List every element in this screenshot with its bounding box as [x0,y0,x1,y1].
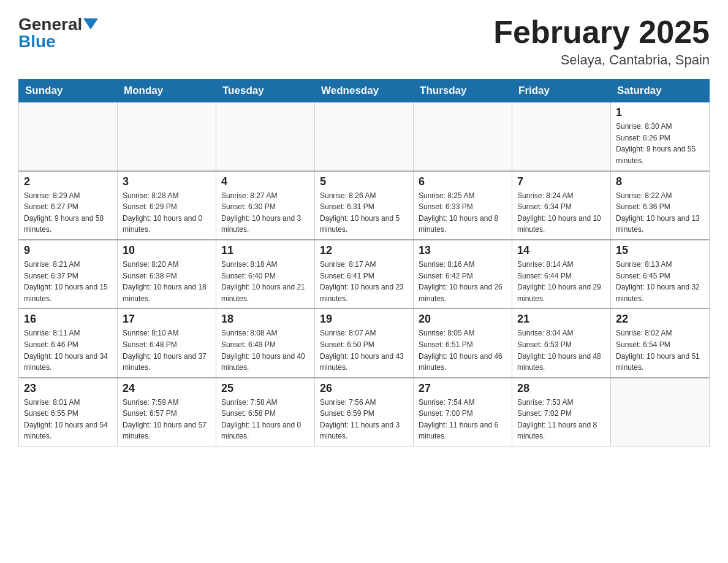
day-info: Sunrise: 8:18 AMSunset: 6:40 PMDaylight:… [221,259,309,304]
day-cell: 4Sunrise: 8:27 AMSunset: 6:30 PMDaylight… [216,171,315,240]
week-row-3: 9Sunrise: 8:21 AMSunset: 6:37 PMDaylight… [19,240,710,308]
header-row: SundayMondayTuesdayWednesdayThursdayFrid… [19,80,710,102]
day-cell [611,378,710,446]
day-cell: 13Sunrise: 8:16 AMSunset: 6:42 PMDayligh… [414,240,512,308]
day-number: 25 [221,382,309,395]
day-cell: 12Sunrise: 8:17 AMSunset: 6:41 PMDayligh… [315,240,414,308]
day-number: 8 [616,175,704,188]
day-number: 11 [221,244,309,257]
day-cell: 8Sunrise: 8:22 AMSunset: 6:36 PMDaylight… [611,171,710,240]
col-header-thursday: Thursday [414,80,512,102]
day-number: 21 [517,313,605,326]
day-info: Sunrise: 8:29 AMSunset: 6:27 PMDaylight:… [24,190,112,236]
day-info: Sunrise: 7:54 AMSunset: 7:00 PMDaylight:… [419,397,507,442]
day-number: 15 [616,244,704,257]
day-info: Sunrise: 8:16 AMSunset: 6:42 PMDaylight:… [419,259,507,304]
day-cell: 14Sunrise: 8:14 AMSunset: 6:44 PMDayligh… [512,240,611,308]
week-row-4: 16Sunrise: 8:11 AMSunset: 6:46 PMDayligh… [19,308,710,377]
day-number: 4 [221,175,309,188]
day-info: Sunrise: 8:04 AMSunset: 6:53 PMDaylight:… [517,327,605,373]
day-number: 6 [419,175,507,188]
calendar-table: SundayMondayTuesdayWednesdayThursdayFrid… [18,79,710,446]
day-info: Sunrise: 8:05 AMSunset: 6:51 PMDaylight:… [419,327,507,373]
day-info: Sunrise: 8:10 AMSunset: 6:48 PMDaylight:… [123,327,211,373]
day-number: 3 [123,175,211,188]
day-cell: 21Sunrise: 8:04 AMSunset: 6:53 PMDayligh… [512,308,611,377]
day-cell: 27Sunrise: 7:54 AMSunset: 7:00 PMDayligh… [414,378,512,446]
day-cell [414,102,512,171]
day-cell [512,102,611,171]
day-number: 17 [123,313,211,326]
title-area: February 2025 Selaya, Cantabria, Spain [493,15,710,68]
page-header: General Blue February 2025 Selaya, Canta… [18,15,710,68]
logo-triangle-icon [83,18,98,29]
day-cell: 11Sunrise: 8:18 AMSunset: 6:40 PMDayligh… [216,240,315,308]
day-number: 9 [24,244,112,257]
day-number: 16 [24,313,112,326]
col-header-friday: Friday [512,80,611,102]
day-cell: 5Sunrise: 8:26 AMSunset: 6:31 PMDaylight… [315,171,414,240]
day-cell: 7Sunrise: 8:24 AMSunset: 6:34 PMDaylight… [512,171,611,240]
day-cell [216,102,315,171]
day-number: 20 [419,313,507,326]
day-number: 2 [24,175,112,188]
day-number: 7 [517,175,605,188]
day-info: Sunrise: 7:58 AMSunset: 6:58 PMDaylight:… [221,397,309,442]
col-header-monday: Monday [118,80,216,102]
day-cell: 10Sunrise: 8:20 AMSunset: 6:38 PMDayligh… [118,240,216,308]
day-cell: 22Sunrise: 8:02 AMSunset: 6:54 PMDayligh… [611,308,710,377]
day-info: Sunrise: 8:24 AMSunset: 6:34 PMDaylight:… [517,190,605,236]
day-info: Sunrise: 8:08 AMSunset: 6:49 PMDaylight:… [221,327,309,373]
day-info: Sunrise: 8:28 AMSunset: 6:29 PMDaylight:… [123,190,211,236]
day-cell: 17Sunrise: 8:10 AMSunset: 6:48 PMDayligh… [118,308,216,377]
day-info: Sunrise: 8:25 AMSunset: 6:33 PMDaylight:… [419,190,507,236]
col-header-tuesday: Tuesday [216,80,315,102]
day-number: 5 [320,175,408,188]
day-info: Sunrise: 8:07 AMSunset: 6:50 PMDaylight:… [320,327,408,373]
day-info: Sunrise: 7:53 AMSunset: 7:02 PMDaylight:… [517,397,605,442]
logo: General Blue [18,15,99,52]
day-cell: 2Sunrise: 8:29 AMSunset: 6:27 PMDaylight… [19,171,118,240]
day-number: 19 [320,313,408,326]
day-info: Sunrise: 8:27 AMSunset: 6:30 PMDaylight:… [221,190,309,236]
day-cell: 18Sunrise: 8:08 AMSunset: 6:49 PMDayligh… [216,308,315,377]
day-number: 13 [419,244,507,257]
calendar-title: February 2025 [493,15,710,50]
col-header-sunday: Sunday [19,80,118,102]
day-number: 14 [517,244,605,257]
day-cell: 9Sunrise: 8:21 AMSunset: 6:37 PMDaylight… [19,240,118,308]
day-info: Sunrise: 8:17 AMSunset: 6:41 PMDaylight:… [320,259,408,304]
day-cell [315,102,414,171]
day-cell: 23Sunrise: 8:01 AMSunset: 6:55 PMDayligh… [19,378,118,446]
day-cell: 28Sunrise: 7:53 AMSunset: 7:02 PMDayligh… [512,378,611,446]
day-info: Sunrise: 8:22 AMSunset: 6:36 PMDaylight:… [616,190,704,236]
day-cell: 1Sunrise: 8:30 AMSunset: 6:26 PMDaylight… [611,102,710,171]
week-row-2: 2Sunrise: 8:29 AMSunset: 6:27 PMDaylight… [19,171,710,240]
day-number: 24 [123,382,211,395]
day-info: Sunrise: 7:56 AMSunset: 6:59 PMDaylight:… [320,397,408,442]
col-header-wednesday: Wednesday [315,80,414,102]
day-info: Sunrise: 8:11 AMSunset: 6:46 PMDaylight:… [24,327,112,373]
day-number: 10 [123,244,211,257]
day-info: Sunrise: 8:26 AMSunset: 6:31 PMDaylight:… [320,190,408,236]
day-number: 1 [616,106,704,119]
day-cell: 15Sunrise: 8:13 AMSunset: 6:45 PMDayligh… [611,240,710,308]
day-info: Sunrise: 8:30 AMSunset: 6:26 PMDaylight:… [616,121,704,166]
day-number: 22 [616,313,704,326]
day-info: Sunrise: 8:21 AMSunset: 6:37 PMDaylight:… [24,259,112,304]
day-number: 27 [419,382,507,395]
day-cell: 19Sunrise: 8:07 AMSunset: 6:50 PMDayligh… [315,308,414,377]
day-number: 12 [320,244,408,257]
week-row-1: 1Sunrise: 8:30 AMSunset: 6:26 PMDaylight… [19,102,710,171]
day-cell: 3Sunrise: 8:28 AMSunset: 6:29 PMDaylight… [118,171,216,240]
day-number: 18 [221,313,309,326]
day-info: Sunrise: 8:01 AMSunset: 6:55 PMDaylight:… [24,397,112,442]
day-cell [118,102,216,171]
logo-blue-text: Blue [18,32,56,51]
day-info: Sunrise: 8:14 AMSunset: 6:44 PMDaylight:… [517,259,605,304]
day-number: 28 [517,382,605,395]
week-row-5: 23Sunrise: 8:01 AMSunset: 6:55 PMDayligh… [19,378,710,446]
day-info: Sunrise: 8:20 AMSunset: 6:38 PMDaylight:… [123,259,211,304]
day-cell: 24Sunrise: 7:59 AMSunset: 6:57 PMDayligh… [118,378,216,446]
day-cell [19,102,118,171]
